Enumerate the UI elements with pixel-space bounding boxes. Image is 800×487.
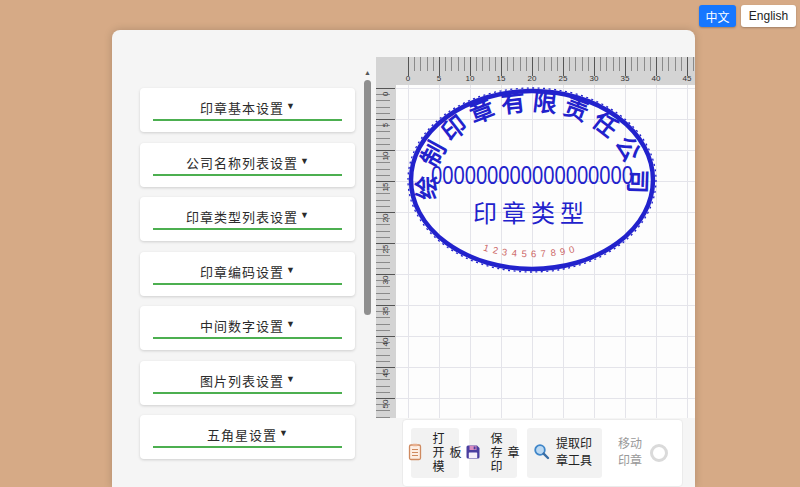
- ruler-tick-label: 15: [381, 183, 390, 192]
- ruler-tick-label: 0: [381, 92, 390, 96]
- accordion-label: 图片列表设置: [200, 371, 284, 390]
- seal-graphic: 绘制印章有限责任公司 000000000000000000 印章类型 12345…: [396, 85, 695, 418]
- ruler-tick-label: 5: [437, 74, 441, 83]
- chevron-down-icon: ▼: [300, 207, 309, 220]
- sidebar-scrollbar[interactable]: ▲ ▼: [362, 68, 373, 487]
- ruler-tick-label: 0: [406, 74, 410, 83]
- seal-canvas[interactable]: 绘制印章有限责任公司 000000000000000000 印章类型 12345…: [396, 85, 695, 418]
- accent-underline: [153, 228, 342, 230]
- accordion-label: 中间数字设置: [200, 316, 284, 335]
- language-english-button[interactable]: English: [741, 5, 796, 27]
- open-template-button[interactable]: 打开模板: [411, 428, 459, 478]
- accordion-label: 五角星设置: [207, 425, 277, 444]
- ruler-tick-label: 40: [381, 338, 390, 347]
- toolbar-button-label: 移动印章: [618, 436, 644, 471]
- ruler-tick-label: 15: [497, 74, 506, 83]
- ruler-tick-label: 35: [381, 307, 390, 316]
- ruler-corner: [376, 57, 396, 85]
- accent-underline: [153, 283, 342, 285]
- accordion-label: 印章编码设置: [200, 262, 284, 281]
- magnifier-icon: [533, 443, 550, 463]
- ruler-tick-label: 30: [590, 74, 599, 83]
- accent-underline: [153, 119, 342, 121]
- ruler-tick-label: 10: [381, 152, 390, 161]
- chevron-down-icon: ▼: [279, 425, 288, 438]
- chevron-down-icon: ▼: [300, 153, 309, 166]
- toolbar-button-label: 打开模板: [429, 430, 463, 476]
- accordion-label: 印章基本设置: [200, 98, 284, 117]
- ruler-tick-label: 20: [381, 214, 390, 223]
- sidebar-item-seal-code-settings[interactable]: 印章编码设置▼: [140, 252, 355, 296]
- scroll-up-icon[interactable]: ▲: [362, 68, 373, 78]
- chevron-down-icon: ▼: [286, 98, 295, 111]
- save-seal-button[interactable]: 保存印章: [469, 428, 517, 478]
- seal-type-text: 印章类型: [473, 200, 589, 227]
- settings-sidebar: 印章基本设置▼ 公司名称列表设置▼ 印章类型列表设置▼ 印章编码设置▼ 中间数字…: [140, 88, 355, 470]
- scrollbar-thumb[interactable]: [364, 80, 371, 315]
- seal-middle-code: 000000000000000000: [431, 160, 633, 190]
- sidebar-item-company-name-list-settings[interactable]: 公司名称列表设置▼: [140, 143, 355, 187]
- ruler-tick-label: 45: [381, 369, 390, 378]
- sidebar-item-seal-basic-settings[interactable]: 印章基本设置▼: [140, 88, 355, 132]
- toolbar-button-label: 保存印章: [487, 430, 521, 476]
- chevron-down-icon: ▼: [286, 316, 295, 329]
- ruler-tick-label: 30: [381, 276, 390, 285]
- sidebar-item-seal-type-list-settings[interactable]: 印章类型列表设置▼: [140, 197, 355, 241]
- main-panel: 印章基本设置▼ 公司名称列表设置▼ 印章类型列表设置▼ 印章编码设置▼ 中间数字…: [112, 30, 695, 487]
- sidebar-item-middle-number-settings[interactable]: 中间数字设置▼: [140, 306, 355, 350]
- ruler-tick-label: 35: [621, 74, 630, 83]
- ruler-tick-label: 25: [381, 245, 390, 254]
- horizontal-ruler: 051015202530354045: [396, 57, 695, 85]
- ruler-tick-label: 45: [683, 74, 692, 83]
- accent-underline: [153, 174, 342, 176]
- seal-toolbar: 打开模板 保存印章 提取印章工具 移动印章: [402, 419, 683, 487]
- ruler-tick-label: 10: [466, 74, 475, 83]
- seal-workarea: 051015202530354045 05101520253035404550 …: [376, 57, 695, 418]
- ruler-major-tick: [376, 88, 395, 89]
- accent-underline: [153, 446, 342, 448]
- ruler-tick-label: 20: [528, 74, 537, 83]
- accordion-label: 公司名称列表设置: [186, 153, 298, 172]
- chevron-down-icon: ▼: [286, 371, 295, 384]
- toolbar-button-label: 提取印章工具: [556, 436, 596, 471]
- vertical-ruler: 05101520253035404550: [376, 85, 396, 418]
- accordion-label: 印章类型列表设置: [186, 207, 298, 226]
- sidebar-item-image-list-settings[interactable]: 图片列表设置▼: [140, 361, 355, 405]
- ruler-tick-label: 5: [381, 123, 390, 127]
- toggle-icon[interactable]: [650, 444, 668, 462]
- chevron-down-icon: ▼: [286, 262, 295, 275]
- accent-underline: [153, 392, 342, 394]
- seal-bottom-number: 1234567890: [482, 242, 580, 260]
- ruler-major-tick: [376, 119, 395, 120]
- extract-seal-tool-button[interactable]: 提取印章工具: [527, 428, 602, 478]
- sidebar-item-star-settings[interactable]: 五角星设置▼: [140, 415, 355, 459]
- notepad-icon: [407, 443, 423, 464]
- ruler-tick-label: 40: [652, 74, 661, 83]
- floppy-icon: [465, 444, 481, 463]
- ruler-tick-label: 25: [559, 74, 568, 83]
- language-chinese-button[interactable]: 中文: [699, 5, 736, 27]
- accent-underline: [153, 337, 342, 339]
- ruler-tick-label: 50: [381, 400, 390, 409]
- move-seal-toggle[interactable]: 移动印章: [612, 428, 674, 478]
